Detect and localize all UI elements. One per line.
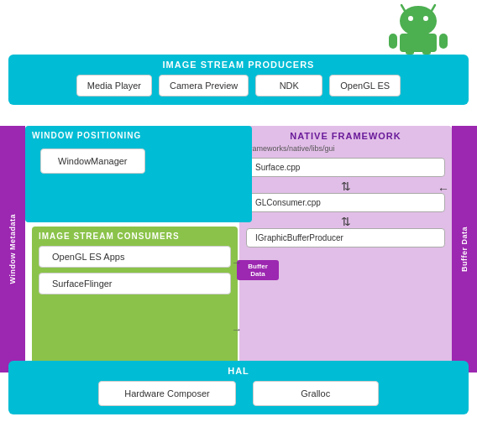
buffer-data-right-area: Buffer Data — [452, 126, 477, 372]
native-surface-cpp: Surface.cpp — [246, 158, 445, 177]
svg-rect-7 — [439, 34, 448, 49]
arrow-consumers-to-framework: → — [231, 256, 242, 268]
hal-hardware-composer: Hardware Composer — [98, 381, 235, 406]
producer-ndk: NDK — [255, 75, 322, 96]
consumer-opengl-apps: OpenGL ES Apps — [39, 246, 231, 268]
producer-opengl-es: OpenGL ES — [329, 75, 401, 96]
svg-rect-8 — [406, 50, 414, 55]
svg-rect-5 — [400, 34, 437, 52]
producers-title: IMAGE STREAM PRODUCERS — [17, 60, 460, 70]
svg-rect-9 — [422, 50, 431, 55]
hal-title: HAL — [17, 366, 460, 376]
producer-media-player: Media Player — [76, 75, 152, 96]
android-robot — [385, 0, 452, 55]
window-positioning-title: WINDOW POSITIONING — [32, 131, 245, 140]
image-stream-producers-section: IMAGE STREAM PRODUCERS Media Player Came… — [8, 55, 469, 105]
svg-rect-6 — [389, 34, 397, 49]
svg-point-3 — [408, 16, 413, 21]
producer-camera-preview: Camera Preview — [159, 75, 249, 96]
hal-row: Hardware Composer Gralloc — [17, 381, 460, 406]
hal-gralloc: Gralloc — [253, 381, 379, 406]
native-framework-section: NATIVE FRAMEWORK frameworks/native/libs/… — [239, 126, 452, 372]
window-positioning-section: WINDOW POSITIONING WindowManager — [25, 126, 252, 222]
diagram-container: IMAGE STREAM PRODUCERS Media Player Came… — [0, 0, 477, 448]
consumer-surface-flinger: SurfaceFlinger — [39, 273, 231, 294]
arrow-between-gl-ibp: ⇅ — [246, 216, 445, 227]
arrow-sf-to-framework: → — [231, 323, 242, 336]
native-framework-path: frameworks/native/libs/gui — [248, 144, 445, 153]
svg-point-4 — [423, 16, 428, 21]
hal-section: HAL Hardware Composer Gralloc — [8, 361, 469, 414]
native-gl-consumer: GLConsumer.cpp — [246, 193, 445, 212]
native-framework-title: NATIVE FRAMEWORK — [246, 131, 445, 141]
svg-point-2 — [400, 6, 437, 36]
window-metadata-label: Window Metadata — [8, 214, 17, 284]
window-metadata-area: Window Metadata — [0, 126, 25, 372]
arrow-into-surface: ← — [438, 182, 449, 195]
buffer-data-right-label: Buffer Data — [460, 227, 469, 272]
consumers-title: IMAGE STREAM CONSUMERS — [39, 232, 231, 241]
producers-row: Media Player Camera Preview NDK OpenGL E… — [17, 75, 460, 96]
image-stream-consumers-section: IMAGE STREAM CONSUMERS OpenGL ES Apps Su… — [32, 227, 238, 364]
arrow-between-surface-gl: ⇅ — [246, 180, 445, 192]
buffer-data-small-label: Buffer Data — [237, 260, 279, 280]
window-manager-box: WindowManager — [40, 148, 145, 174]
native-ibp: IGraphicBufferProducer — [246, 228, 445, 247]
